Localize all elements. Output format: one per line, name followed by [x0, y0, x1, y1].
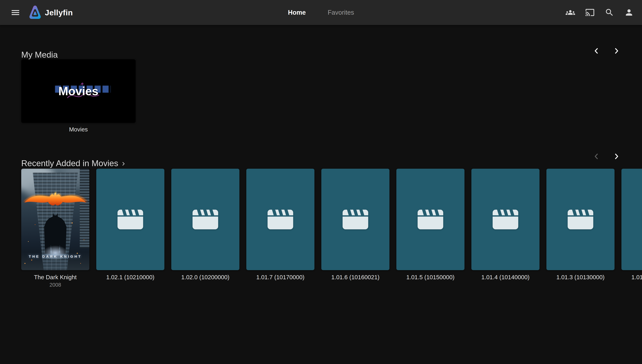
library-label-movies[interactable]: Movies	[21, 126, 136, 133]
media-card-year: 2008	[50, 282, 61, 288]
scroll-left-icon[interactable]	[592, 47, 600, 55]
recently-added-row: THE DARK KNIGHT The Dark Knight 2008 1.0…	[21, 169, 642, 288]
recently-added-scroller	[592, 152, 620, 160]
scroll-left-icon[interactable]	[592, 152, 600, 160]
media-card-the-dark-knight[interactable]: THE DARK KNIGHT The Dark Knight 2008	[21, 169, 89, 288]
clapperboard-icon	[418, 210, 443, 229]
jellyfin-logo: Jellyfin	[29, 4, 73, 20]
media-card[interactable]: 1.01.5 (10150000)	[396, 169, 464, 288]
jellyfin-triangle-icon	[29, 4, 42, 20]
media-card-title[interactable]: 1.01.6 (10160021)	[331, 274, 379, 280]
media-card[interactable]: 1.01.7 (10170000)	[246, 169, 314, 288]
movies-art-title: Movies	[58, 84, 98, 98]
navbar-actions	[565, 7, 634, 18]
tab-favorites[interactable]: Favorites	[327, 7, 355, 18]
movies-library-art: Movies	[21, 59, 136, 123]
media-card-title[interactable]: 1.01.5 (10150000)	[406, 274, 454, 280]
media-card[interactable]: 1.02.0 (10200000)	[171, 169, 239, 288]
movie-placeholder-art	[246, 169, 314, 270]
clapperboard-icon	[118, 210, 143, 229]
section-title-recently-added[interactable]: Recently Added in Movies	[21, 158, 126, 168]
tab-home[interactable]: Home	[287, 7, 307, 18]
movie-placeholder-art	[546, 169, 614, 270]
section-link-chevron-icon	[121, 161, 126, 166]
scroll-right-icon[interactable]	[612, 47, 620, 55]
media-card-title[interactable]: 1.01.7 (10170000)	[256, 274, 304, 280]
movie-placeholder-art	[96, 169, 164, 270]
movie-placeholder-art	[171, 169, 239, 270]
poster-embers	[21, 169, 22, 169]
media-card-title[interactable]: The Dark Knight	[34, 274, 77, 280]
media-card[interactable]: 1.01.2 (10120000)	[621, 169, 642, 288]
user-icon[interactable]	[624, 7, 634, 18]
clapperboard-icon	[568, 210, 593, 229]
cast-icon[interactable]	[585, 7, 595, 18]
media-card[interactable]: 1.02.1 (10210000)	[96, 169, 164, 288]
media-card-title[interactable]: 1.01.4 (10140000)	[481, 274, 529, 280]
poster-fog	[21, 252, 89, 270]
scroll-right-icon[interactable]	[612, 152, 620, 160]
movie-placeholder-art	[471, 169, 539, 270]
search-icon[interactable]	[604, 7, 615, 18]
main-nav-tabs: Home Favorites	[287, 7, 355, 18]
media-card[interactable]: 1.01.6 (10160021)	[321, 169, 389, 288]
media-card-title[interactable]: 1.01.2 (10120000)	[631, 274, 642, 280]
media-card[interactable]: 1.01.3 (10130000)	[546, 169, 614, 288]
clapperboard-icon	[268, 210, 293, 229]
flaming-bat-symbol	[23, 188, 88, 212]
syncplay-groups-icon[interactable]	[565, 7, 575, 18]
clapperboard-icon	[343, 210, 368, 229]
movie-placeholder-art	[396, 169, 464, 270]
media-card[interactable]: 1.01.4 (10140000)	[471, 169, 539, 288]
clapperboard-icon	[193, 210, 218, 229]
media-card-title[interactable]: 1.01.3 (10130000)	[556, 274, 604, 280]
section-title-my-media: My Media	[21, 50, 58, 60]
clapperboard-icon	[493, 210, 518, 229]
top-navbar: Jellyfin Home Favorites	[0, 0, 642, 25]
movie-placeholder-art	[321, 169, 389, 270]
hamburger-menu-icon[interactable]	[10, 6, 21, 18]
media-card-title[interactable]: 1.02.0 (10200000)	[181, 274, 229, 280]
movie-placeholder-art	[621, 169, 642, 270]
movie-poster-art: THE DARK KNIGHT	[21, 169, 89, 270]
library-card-movies[interactable]: Movies	[21, 59, 136, 123]
my-media-scroller	[592, 47, 620, 55]
media-card-title[interactable]: 1.02.1 (10210000)	[106, 274, 154, 280]
brand-name: Jellyfin	[45, 8, 73, 17]
